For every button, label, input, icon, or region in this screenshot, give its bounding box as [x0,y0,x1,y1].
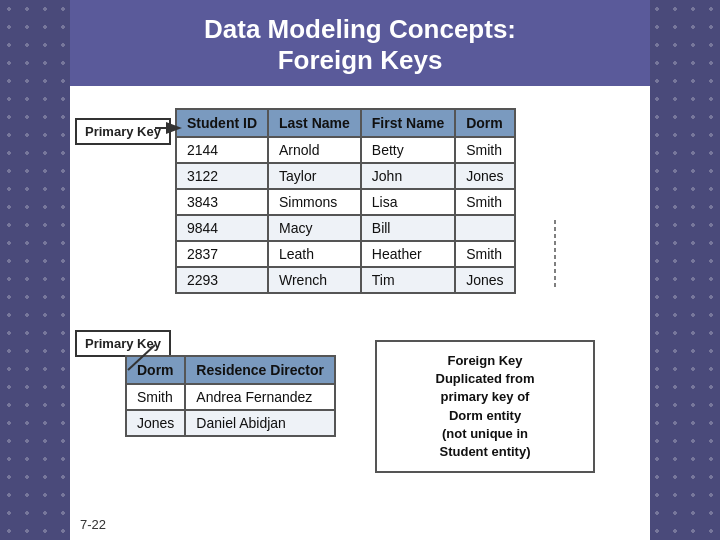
student-cell-2-0: 3843 [176,189,268,215]
title-line2: Foreign Keys [278,45,443,75]
student-cell-2-3: Smith [455,189,514,215]
student-table: Student ID Last Name First Name Dorm 214… [175,108,516,294]
primary-key-label-bottom: Primary Key [75,330,171,357]
primary-key-label-top: Primary Key [75,118,171,145]
student-row-3: 9844MacyBill [176,215,515,241]
student-cell-4-3: Smith [455,241,514,267]
dorm-row-0: SmithAndrea Fernandez [126,384,335,410]
dorm-cell-0-0: Smith [126,384,185,410]
dorm-row-1: JonesDaniel Abidjan [126,410,335,436]
dorm-col-director: Residence Director [185,356,335,384]
student-row-4: 2837LeathHeatherSmith [176,241,515,267]
student-cell-3-2: Bill [361,215,455,241]
student-cell-1-0: 3122 [176,163,268,189]
student-cell-3-1: Macy [268,215,361,241]
title-line1: Data Modeling Concepts: [204,14,516,44]
student-cell-0-1: Arnold [268,137,361,163]
student-cell-1-1: Taylor [268,163,361,189]
student-cell-0-3: Smith [455,137,514,163]
student-row-5: 2293WrenchTimJones [176,267,515,293]
student-cell-5-1: Wrench [268,267,361,293]
student-cell-5-3: Jones [455,267,514,293]
student-cell-2-2: Lisa [361,189,455,215]
fk-note: Foreign KeyDuplicated fromprimary key of… [375,340,595,473]
student-cell-1-2: John [361,163,455,189]
student-cell-1-3: Jones [455,163,514,189]
student-row-1: 3122TaylorJohnJones [176,163,515,189]
student-cell-5-0: 2293 [176,267,268,293]
student-cell-4-2: Heather [361,241,455,267]
student-col-firstname: First Name [361,109,455,137]
student-cell-5-2: Tim [361,267,455,293]
student-cell-0-0: 2144 [176,137,268,163]
student-table-wrapper: Student ID Last Name First Name Dorm 214… [175,108,516,294]
dorm-cell-0-1: Andrea Fernandez [185,384,335,410]
student-row-2: 3843SimmonsLisaSmith [176,189,515,215]
student-cell-2-1: Simmons [268,189,361,215]
student-col-lastname: Last Name [268,109,361,137]
student-cell-3-0: 9844 [176,215,268,241]
student-col-id: Student ID [176,109,268,137]
student-row-0: 2144ArnoldBettySmith [176,137,515,163]
dorm-table-wrapper: Dorm Residence Director SmithAndrea Fern… [125,355,336,437]
page-number: 7-22 [80,517,106,532]
dorm-col-dorm: Dorm [126,356,185,384]
dorm-cell-1-0: Jones [126,410,185,436]
student-cell-3-3 [455,215,514,241]
student-cell-4-1: Leath [268,241,361,267]
student-cell-4-0: 2837 [176,241,268,267]
dorm-cell-1-1: Daniel Abidjan [185,410,335,436]
title-area: Data Modeling Concepts: Foreign Keys [70,0,650,86]
dorm-table: Dorm Residence Director SmithAndrea Fern… [125,355,336,437]
student-cell-0-2: Betty [361,137,455,163]
student-col-dorm: Dorm [455,109,514,137]
